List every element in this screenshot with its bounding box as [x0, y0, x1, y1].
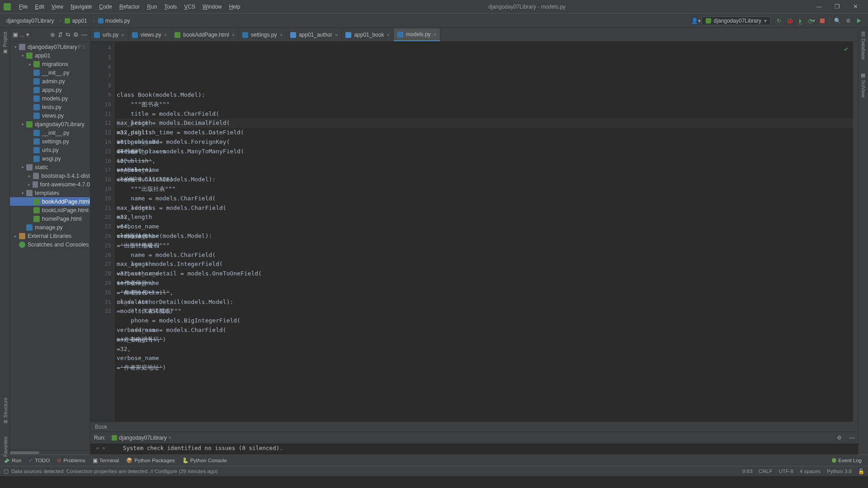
profile-icon[interactable]: ◔▾ — [807, 16, 816, 26]
caret-position[interactable]: 9:83 — [742, 469, 752, 474]
encoding[interactable]: UTF-8 — [778, 469, 793, 474]
close-icon[interactable]: × — [121, 32, 124, 38]
error-stripe[interactable] — [853, 42, 858, 422]
lock-icon[interactable]: 🔓 — [858, 468, 864, 474]
python-packages-tab[interactable]: 📦Python Packages — [123, 457, 179, 464]
editor-tab[interactable]: settings.py× — [239, 28, 287, 41]
tree-node[interactable]: ▾app01 — [10, 51, 90, 60]
hide-icon[interactable]: — — [81, 31, 87, 38]
interpreter[interactable]: Python 3.8 — [827, 469, 852, 474]
menu-navigate[interactable]: Navigate — [67, 4, 95, 10]
tree-node[interactable]: ▸font-awesome-4.7.0 — [10, 180, 90, 189]
tree-node[interactable]: apps.py — [10, 85, 90, 94]
editor-tab[interactable]: app01_author× — [287, 28, 342, 41]
run-config-dropdown[interactable]: djangoday07Library▾ — [702, 16, 771, 25]
editor-breadcrumb[interactable]: Book — [90, 422, 858, 431]
inspection-ok-icon[interactable]: ✔ — [844, 44, 848, 54]
close-icon[interactable]: × — [387, 32, 389, 38]
breadcrumb-root[interactable]: djangoday07Library — [4, 17, 57, 25]
run-settings-icon[interactable]: ⚙ — [837, 435, 842, 441]
indent[interactable]: 4 spaces — [800, 469, 821, 474]
menu-view[interactable]: View — [48, 4, 67, 10]
collapse-icon[interactable]: ⇆ — [66, 31, 71, 38]
python-console-tab[interactable]: 🐍Python Console — [179, 457, 231, 464]
editor-tab[interactable]: views.py× — [128, 28, 171, 41]
close-icon[interactable]: × — [335, 32, 338, 38]
tree-node[interactable]: ▾djangoday07Library F:\ — [10, 43, 90, 51]
todo-tab[interactable]: ✓TODO — [25, 457, 53, 464]
menu-refactor[interactable]: Refactor — [116, 4, 143, 10]
breadcrumb-folder[interactable]: app01 — [62, 17, 90, 25]
step-icon[interactable]: » — [102, 445, 106, 451]
rerun-icon[interactable]: ↻ — [774, 16, 784, 26]
stop-icon[interactable] — [817, 16, 827, 26]
tree-node[interactable]: ▾djangoday07Library — [10, 120, 90, 128]
settings-icon[interactable]: ⚙ — [73, 31, 79, 38]
run-hide-icon[interactable]: — — [849, 435, 854, 441]
project-tree[interactable]: ▾djangoday07Library F:\▾app01▸migrations… — [10, 42, 90, 450]
breadcrumb-file[interactable]: models.py — [95, 17, 133, 25]
tree-node[interactable]: homePage.html — [10, 214, 90, 223]
debug-icon[interactable]: 🐞 — [785, 16, 795, 26]
editor-tab[interactable]: app01_book× — [342, 28, 394, 41]
tree-node[interactable]: models.py — [10, 94, 90, 103]
add-user-icon[interactable]: 👤▾ — [691, 16, 701, 26]
menu-window[interactable]: Window — [199, 4, 226, 10]
project-tool-tab[interactable]: ▣ Project — [1, 30, 9, 57]
sciview-tool-tab[interactable]: ▦ SciView — [859, 71, 867, 99]
window-close[interactable]: ✕ — [846, 3, 864, 10]
tree-node[interactable]: bookAddPage.html — [10, 197, 90, 206]
coverage-icon[interactable]: ⏵̤ — [796, 16, 806, 26]
menu-vcs[interactable]: VCS — [180, 4, 199, 10]
run-config-tab[interactable]: djangoday07Library × — [109, 434, 174, 442]
expand-icon[interactable]: ⇵ — [58, 31, 63, 38]
window-minimize[interactable]: — — [810, 3, 828, 10]
locate-icon[interactable]: ⊕ — [50, 31, 55, 38]
tree-node[interactable]: wsgi.py — [10, 154, 90, 163]
close-icon[interactable]: × — [434, 32, 436, 37]
tree-node[interactable]: admin.py — [10, 77, 90, 85]
terminal-tab[interactable]: ▣Terminal — [89, 457, 123, 464]
project-scrollbar[interactable] — [10, 450, 90, 455]
tree-node[interactable]: settings.py — [10, 137, 90, 146]
problems-tab[interactable]: ⊘Problems — [53, 457, 89, 464]
tree-node[interactable]: urls.py — [10, 146, 90, 154]
project-view-dropdown[interactable]: ▣ ... ▾ — [13, 31, 29, 38]
code-editor[interactable]: ✔ class Book(models.Model): """图书表""" ti… — [115, 42, 853, 422]
menu-edit[interactable]: Edit — [31, 4, 48, 10]
run-anything-icon[interactable] — [854, 16, 864, 26]
tree-node[interactable]: tests.py — [10, 103, 90, 111]
tool-windows-icon[interactable]: ▢ — [4, 468, 9, 474]
favorites-tool-tab[interactable]: ★ Favorites — [1, 435, 9, 466]
run-output[interactable]: « » System check identified no issues (0… — [90, 443, 858, 455]
tree-node[interactable]: ▾templates — [10, 189, 90, 197]
event-log-tab[interactable]: Event Log — [828, 458, 865, 463]
line-separator[interactable]: CRLF — [759, 469, 772, 474]
tree-node[interactable]: Scratches and Consoles — [10, 240, 90, 249]
menu-help[interactable]: Help — [226, 4, 244, 10]
rerun-icon[interactable]: « — [96, 445, 99, 451]
menu-run[interactable]: Run — [143, 4, 160, 10]
menu-code[interactable]: Code — [95, 4, 116, 10]
tree-node[interactable]: views.py — [10, 111, 90, 120]
tree-node[interactable]: manage.py — [10, 223, 90, 232]
editor-tab[interactable]: urls.py× — [90, 28, 128, 41]
tree-node[interactable]: __init__.py — [10, 68, 90, 77]
tree-node[interactable]: ▾static — [10, 163, 90, 171]
tree-node[interactable]: bookListPage.html — [10, 206, 90, 214]
editor-tab[interactable]: bookAddPage.html× — [171, 28, 239, 41]
menu-tools[interactable]: Tools — [160, 4, 180, 10]
database-tool-tab[interactable]: 🗄 Database — [860, 30, 867, 62]
editor-tab[interactable]: models.py× — [394, 28, 440, 41]
menu-file[interactable]: File — [15, 4, 31, 10]
status-message[interactable]: Data sources detected: Connection proper… — [11, 469, 217, 474]
tree-node[interactable]: ▸External Libraries — [10, 232, 90, 240]
settings-icon[interactable]: ⚙ — [843, 16, 853, 26]
window-maximize[interactable]: ❐ — [828, 3, 846, 10]
search-icon[interactable]: 🔍 — [832, 16, 842, 26]
tree-node[interactable]: __init__.py — [10, 128, 90, 137]
close-icon[interactable]: × — [232, 32, 235, 38]
structure-tool-tab[interactable]: ≣ Structure — [1, 396, 9, 426]
tree-node[interactable]: ▸migrations — [10, 60, 90, 68]
close-icon[interactable]: × — [279, 32, 282, 38]
